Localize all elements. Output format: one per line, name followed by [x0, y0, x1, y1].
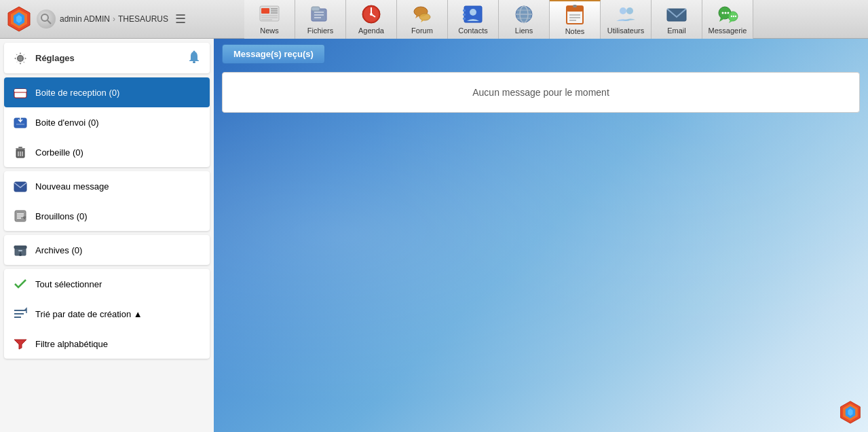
- news-icon: [259, 3, 280, 25]
- agenda-icon: [360, 3, 382, 25]
- svg-point-44: [620, 7, 626, 14]
- svg-line-5: [48, 20, 51, 24]
- nav-item-news[interactable]: News: [244, 0, 295, 39]
- svg-rect-68: [16, 148, 25, 149]
- inbox-icon: [12, 84, 29, 101]
- sidebar-item-sort[interactable]: Trié par date de création ▲: [4, 299, 210, 329]
- svg-rect-78: [14, 246, 26, 249]
- nav-item-fichiers[interactable]: Fichiers: [295, 0, 346, 39]
- no-message-text: Aucun message pour le moment: [472, 87, 609, 98]
- search-button[interactable]: [37, 10, 56, 29]
- bottom-right-logo: [838, 400, 863, 427]
- nav-label-liens: Liens: [515, 26, 533, 35]
- app-logo[interactable]: [5, 5, 33, 33]
- svg-rect-64: [17, 94, 24, 96]
- svg-rect-16: [314, 12, 324, 13]
- sidebar-item-trash[interactable]: Corbeille (0): [4, 137, 210, 167]
- svg-rect-31: [463, 14, 466, 16]
- svg-rect-73: [14, 182, 26, 192]
- archive-label: Archives (0): [35, 245, 82, 255]
- sidebar-item-outbox[interactable]: Boite d'envoi (0): [4, 107, 210, 137]
- nav-item-liens[interactable]: Liens: [499, 0, 550, 39]
- svg-rect-85: [14, 317, 21, 318]
- nav-label-notes: Notes: [565, 27, 585, 35]
- svg-rect-43: [573, 5, 577, 7]
- outbox-icon: [12, 114, 29, 130]
- nav-label-messagerie: Messagerie: [709, 26, 747, 35]
- svg-point-60: [193, 51, 195, 53]
- filter-label: Filtre alphabétique: [35, 339, 108, 349]
- svg-rect-30: [463, 10, 466, 12]
- sidebar-item-compose[interactable]: Nouveau message: [4, 171, 210, 201]
- nav-item-utilisateurs[interactable]: Utilisateurs: [601, 0, 652, 39]
- main-container: Réglages: [0, 39, 868, 432]
- sidebar-item-filter[interactable]: Filtre alphabétique: [4, 329, 210, 359]
- fichiers-icon: [309, 3, 331, 25]
- svg-rect-80: [18, 250, 22, 251]
- sidebar-item-drafts[interactable]: Brouillons (0): [4, 201, 210, 231]
- nav-item-contacts[interactable]: Contacts: [448, 0, 499, 39]
- compose-card: Nouveau message Brouillons (0): [4, 171, 210, 231]
- nav-item-agenda[interactable]: Agenda: [346, 0, 397, 39]
- settings-header: Réglages: [4, 43, 210, 73]
- messagerie-icon: [717, 3, 738, 25]
- bell-icon[interactable]: [187, 50, 202, 67]
- svg-point-49: [722, 12, 724, 14]
- breadcrumb-thesaurus: THESAURUS: [118, 14, 168, 24]
- compose-icon: [12, 178, 29, 194]
- sidebar-item-archive[interactable]: Archives (0): [4, 235, 210, 265]
- svg-point-58: [18, 56, 22, 60]
- contacts-icon: [462, 3, 484, 25]
- sidebar-item-select-all[interactable]: Tout sélectionner: [4, 269, 210, 299]
- svg-point-45: [626, 7, 633, 14]
- svg-rect-17: [314, 14, 324, 16]
- svg-marker-48: [719, 18, 725, 22]
- sidebar: Réglages: [0, 39, 214, 432]
- nav-item-messagerie[interactable]: Messagerie: [702, 0, 753, 39]
- nav-label-agenda: Agenda: [358, 26, 384, 35]
- svg-rect-84: [14, 313, 24, 314]
- sort-label: Trié par date de création ▲: [35, 309, 143, 319]
- messages-tab[interactable]: Message(s) reçu(s): [222, 44, 325, 64]
- svg-rect-62: [14, 89, 26, 92]
- svg-point-26: [419, 14, 430, 20]
- svg-rect-32: [463, 18, 466, 20]
- archive-card: Archives (0): [4, 235, 210, 265]
- notes-icon: [564, 4, 586, 26]
- nav-item-notes[interactable]: Notes: [550, 0, 601, 39]
- topbar-left: admin ADMIN › THESAURUS ☰: [0, 5, 244, 33]
- filter-icon: [12, 336, 29, 352]
- svg-rect-7: [261, 8, 269, 14]
- outbox-label: Boite d'envoi (0): [35, 118, 99, 128]
- settings-card: Réglages: [4, 43, 210, 73]
- nav-label-utilisateurs: Utilisateurs: [607, 26, 644, 35]
- content-area: Message(s) reçu(s) Aucun message pour le…: [214, 39, 868, 432]
- svg-point-55: [733, 16, 734, 17]
- select-all-label: Tout sélectionner: [35, 279, 102, 289]
- trash-label: Corbeille (0): [35, 147, 83, 158]
- svg-point-4: [41, 14, 48, 21]
- compose-label: Nouveau message: [35, 181, 109, 192]
- topbar: admin ADMIN › THESAURUS ☰ Ne: [0, 0, 868, 39]
- drafts-icon: [12, 208, 29, 224]
- svg-rect-18: [314, 17, 321, 18]
- message-area: Aucun message pour le moment: [222, 72, 860, 113]
- breadcrumb: admin ADMIN › THESAURUS: [60, 14, 168, 24]
- svg-rect-15: [312, 7, 320, 11]
- svg-point-54: [731, 16, 732, 17]
- svg-point-50: [725, 12, 727, 14]
- sidebar-item-inbox[interactable]: Boite de reception (0): [4, 77, 210, 107]
- nav-item-email[interactable]: Email: [652, 0, 702, 39]
- svg-point-23: [370, 13, 373, 16]
- menu-button[interactable]: ☰: [172, 9, 189, 29]
- mailbox-card: Boite de reception (0) Boite d'envoi (0): [4, 77, 210, 167]
- settings-label: Réglages: [35, 53, 75, 63]
- svg-rect-69: [18, 147, 22, 148]
- sort-icon: [12, 306, 29, 322]
- nav-label-news: News: [260, 26, 279, 35]
- nav-item-forum[interactable]: Forum: [397, 0, 448, 39]
- inbox-label: Boite de reception (0): [35, 88, 119, 98]
- select-all-icon: [12, 276, 29, 292]
- email-icon: [666, 3, 687, 25]
- nav-label-email: Email: [667, 26, 686, 35]
